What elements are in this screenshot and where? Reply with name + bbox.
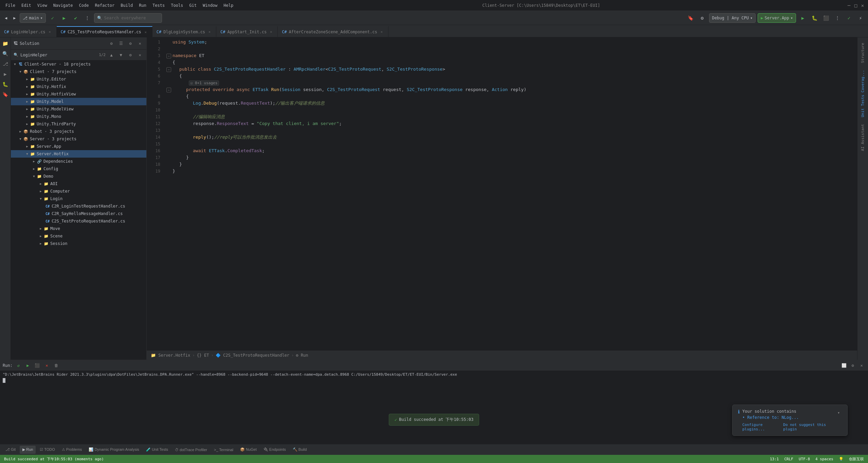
- debug-sidebar-icon[interactable]: 🐛: [1, 79, 10, 89]
- tree-move[interactable]: ▶ 📁 Move: [11, 225, 146, 232]
- menu-run[interactable]: Run: [136, 2, 149, 8]
- panel-layout-btn[interactable]: ☰: [117, 40, 125, 47]
- close-panel-btn[interactable]: ✕: [858, 362, 865, 369]
- tree-c2s-test-file[interactable]: C# C2S_TestProtoRequestHandler.cs: [11, 217, 146, 225]
- maximize-btn[interactable]: □: [853, 3, 858, 8]
- restart-btn[interactable]: ↺: [15, 362, 22, 369]
- todo-tool-btn[interactable]: ☑ TODO: [37, 446, 57, 454]
- bookmarks-sidebar-icon[interactable]: 🔖: [1, 90, 10, 99]
- tab-close-btn5[interactable]: ✕: [379, 30, 384, 34]
- run-test3-btn[interactable]: ✔: [71, 13, 80, 23]
- breadcrumb-method[interactable]: ⚙ Run: [296, 353, 308, 358]
- tree-demo[interactable]: ▼ 📁 Demo: [11, 173, 146, 180]
- tree-unity-editor[interactable]: ▶ 📁 Unity.Editor: [11, 75, 146, 83]
- debug-btn[interactable]: 🐛: [810, 13, 819, 23]
- panel-close-btn[interactable]: ✕: [136, 40, 144, 47]
- endpoints-tool-btn[interactable]: 🔌 Endpoints: [261, 446, 289, 454]
- unit-tests-tool-btn[interactable]: 🧪 Unit Tests: [143, 446, 171, 454]
- menu-git[interactable]: Git: [186, 2, 199, 8]
- maximize-panel-btn[interactable]: ⬜: [840, 362, 848, 369]
- unit-tests-coverage-tab[interactable]: Unit Tests Coverag...: [859, 67, 866, 120]
- code-container[interactable]: 1 2 3 4 5 6 7 8 9 10 11 12 13 14 15 16 1…: [147, 37, 857, 350]
- dottrace-tool-btn[interactable]: ⏱ dotTrace Profiler: [172, 446, 210, 454]
- tree-aoi[interactable]: ▶ 📁 AOI: [11, 180, 146, 188]
- run-test-btn[interactable]: ✓: [48, 13, 57, 23]
- menu-refactor[interactable]: Refactor: [92, 2, 117, 8]
- menu-navigate[interactable]: Navigate: [51, 2, 76, 8]
- tab-close-btn3[interactable]: ✕: [207, 30, 212, 34]
- debug-config-selector[interactable]: Debug | Any CPU ▾: [709, 13, 756, 23]
- git-sidebar-icon[interactable]: ⎇: [1, 59, 10, 69]
- tree-client[interactable]: ▼ 📦 Client · 7 projects: [11, 68, 146, 75]
- tree-c2r-sayhello[interactable]: C# C2R_SayHelloMessageHandler.cs: [11, 210, 146, 217]
- breadcrumb-class[interactable]: 🔷 C2S_TestProtoRequestHandler: [216, 353, 289, 358]
- menu-build[interactable]: Build: [118, 2, 135, 8]
- code-editor[interactable]: using System; − namespace ET: [163, 37, 857, 350]
- tab-close-btn4[interactable]: ✕: [269, 30, 273, 34]
- minimize-btn[interactable]: ─: [846, 3, 852, 8]
- tree-solution[interactable]: ▼ 🏗 Client-Server · 18 projects: [11, 60, 146, 68]
- filter-btn[interactable]: ⚙: [127, 51, 134, 59]
- tree-server-hotfix[interactable]: ▼ 📁 Server.Hotfix: [11, 150, 146, 158]
- trash-btn[interactable]: 🗑: [53, 362, 60, 369]
- search-everywhere-box[interactable]: 🔍 Search everywhere: [94, 13, 162, 23]
- power-btn[interactable]: ⚡: [856, 13, 865, 23]
- run-test2-btn[interactable]: ▶: [59, 13, 69, 23]
- tree-dependencies[interactable]: ▶ 🔗 Dependencies: [11, 158, 146, 165]
- more-actions-btn[interactable]: ⋮: [83, 13, 92, 23]
- tree-unity-modelview[interactable]: ▶ 📁 Unity.ModelView: [11, 105, 146, 113]
- cursor-position[interactable]: 13:1: [770, 457, 779, 461]
- panel-gear-btn[interactable]: ⚙: [127, 40, 134, 47]
- line-ending[interactable]: CRLF: [784, 457, 793, 461]
- tab-close-btn2[interactable]: ✕: [143, 30, 148, 34]
- menu-window[interactable]: Window: [200, 2, 220, 8]
- menu-tools[interactable]: Tools: [168, 2, 186, 8]
- tree-unity-model[interactable]: ▶ 📁 Unity.Model: [11, 98, 146, 105]
- tab-appstart[interactable]: C# AppStart_Init.cs ✕: [216, 26, 278, 37]
- fold-indicator-5[interactable]: −: [166, 66, 173, 73]
- back-btn[interactable]: ◀: [3, 13, 9, 23]
- nuget-tool-btn[interactable]: 📦 NuGet: [237, 446, 259, 454]
- tree-server-app[interactable]: ▶ 📁 Server.App: [11, 143, 146, 150]
- stop-btn[interactable]: ⬛: [821, 13, 831, 23]
- prev-result-btn[interactable]: ▲: [108, 51, 115, 59]
- menu-edit[interactable]: Edit: [19, 2, 34, 8]
- tree-c2r-login[interactable]: C# C2R_LoginTestRequestHandler.cs: [11, 202, 146, 210]
- breadcrumb-et[interactable]: {} ET: [197, 353, 209, 358]
- close-search-btn[interactable]: ✕: [136, 51, 144, 59]
- checkmark-green-btn[interactable]: ✓: [844, 13, 854, 23]
- tree-robot[interactable]: ▶ 📦 Robot · 3 projects: [11, 128, 146, 135]
- explorer-icon[interactable]: 📁: [1, 39, 10, 48]
- branch-selector[interactable]: ⎇ main ▾: [20, 13, 46, 23]
- search-sidebar-icon[interactable]: 🔍: [1, 49, 10, 58]
- breadcrumb-server-hotfix[interactable]: 📁 Server.Hotfix: [151, 353, 190, 358]
- tree-unity-hotfixview[interactable]: ▶ 📁 Unity.HotfixView: [11, 90, 146, 98]
- tree-config[interactable]: ▶ 📁 Config: [11, 165, 146, 173]
- dpa-tool-btn[interactable]: 📊 Dynamic Program Analysis: [86, 446, 142, 454]
- problems-tool-btn[interactable]: ⚠ Problems: [59, 446, 85, 454]
- more-run-btn[interactable]: ⋮: [833, 13, 842, 23]
- menu-tests[interactable]: Tests: [150, 2, 167, 8]
- git-tool-btn[interactable]: ⎇ Git: [3, 446, 18, 454]
- run-btn[interactable]: ▶: [798, 13, 808, 23]
- tab-close-btn[interactable]: ✕: [48, 30, 52, 34]
- run-again-btn[interactable]: ▶: [24, 362, 32, 369]
- menu-view[interactable]: View: [35, 2, 50, 8]
- settings-btn[interactable]: ⚙: [698, 13, 707, 23]
- tree-server[interactable]: ▼ 📦 Server · 3 projects: [11, 135, 146, 143]
- run-sidebar-icon[interactable]: ▶: [1, 69, 10, 79]
- tree-unity-mono[interactable]: ▶ 📁 Unity.Mono: [11, 113, 146, 120]
- tree-unity-hotfix[interactable]: ▶ 📁 Unity.Hotfix: [11, 83, 146, 90]
- tree-unity-thirdparty[interactable]: ▶ 📁 Unity.ThirdParty: [11, 120, 146, 128]
- tree-computer[interactable]: ▶ 📁 Computer: [11, 188, 146, 195]
- notif-link[interactable]: • Reference to: NLog...: [742, 415, 833, 420]
- close-btn[interactable]: ✕: [860, 3, 865, 8]
- stop-run-btn[interactable]: ⬛: [34, 362, 41, 369]
- forward-btn[interactable]: ▶: [11, 13, 18, 23]
- window-controls[interactable]: ─ □ ✕: [846, 3, 865, 8]
- structure-panel-tab[interactable]: Structure: [859, 40, 866, 66]
- charset[interactable]: UTF-8: [799, 457, 810, 461]
- fold-indicator-3[interactable]: −: [166, 52, 173, 59]
- tab-dlglogin[interactable]: C# DlgLoginSystem.cs ✕: [152, 26, 216, 37]
- bookmark-btn[interactable]: 🔖: [686, 13, 695, 23]
